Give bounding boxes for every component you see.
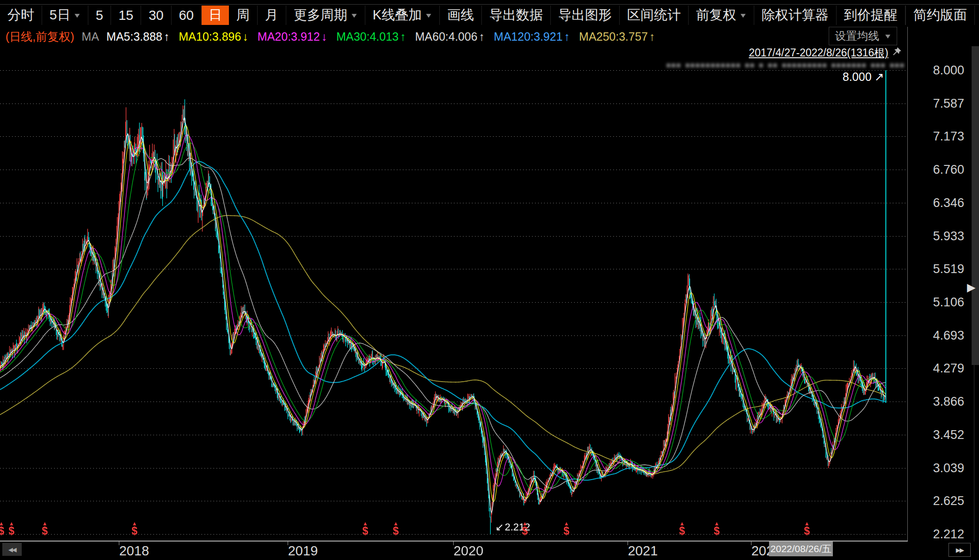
expand-panel-arrow-icon[interactable]: ▶ (967, 281, 975, 294)
dividend-marker[interactable]: ▲$ (42, 521, 48, 536)
period-tab-前复权[interactable]: 前复权▼ (689, 6, 754, 25)
y-tick-label: 7.587 (933, 97, 964, 110)
dividend-symbol: $ (0, 526, 4, 536)
dividend-symbol: $ (9, 526, 15, 536)
period-tab-周[interactable]: 周 (229, 6, 258, 25)
toolbar-button-隐藏[interactable]: 隐藏▸▸ (974, 6, 979, 25)
ma-value: MA5:3.888 (106, 30, 162, 43)
period-tab-K线叠加[interactable]: K线叠加▼ (365, 6, 440, 25)
dividend-symbol: $ (679, 526, 685, 536)
ma-value-list: MA5:3.888↑MA10:3.896↓MA20:3.912↓MA30:4.0… (106, 30, 664, 43)
tab-label: 日 (209, 6, 222, 24)
period-tab-画线[interactable]: 画线 (440, 6, 482, 25)
arrow-up-icon: ↑ (479, 30, 485, 43)
period-tab-除权计算器[interactable]: 除权计算器 (754, 6, 837, 25)
dividend-marker[interactable]: ▲$ (0, 521, 4, 536)
dividend-marker[interactable]: ▲$ (393, 521, 399, 536)
y-tick-label: 4.279 (933, 361, 964, 375)
ma-label-MA20: MA20:3.912↓ (258, 30, 327, 43)
tab-label: 更多周期 (294, 6, 347, 24)
ma-settings-button[interactable]: 设置均线 ▼ (829, 27, 897, 45)
ma-label-MA120: MA120:3.921↑ (494, 30, 570, 43)
ma-label-MA30: MA30:4.013↑ (336, 30, 406, 43)
dividend-marker[interactable]: ▲$ (522, 521, 528, 536)
dividend-marker[interactable]: ▲$ (564, 521, 570, 536)
tab-label: 到价提醒 (844, 6, 898, 24)
period-tab-15[interactable]: 15 (111, 6, 141, 25)
tab-label: K线叠加 (373, 6, 422, 24)
year-label-2020: 2020 (454, 543, 484, 559)
dividend-symbol: $ (393, 526, 399, 536)
period-tab-月[interactable]: 月 (258, 6, 286, 25)
period-tab-5[interactable]: 5 (88, 6, 111, 25)
ma-prefix-label: MA (82, 30, 99, 43)
chevron-down-icon: ▼ (884, 32, 893, 40)
y-axis: 8.0007.5877.1736.7606.3465.9335.5195.106… (908, 0, 973, 560)
period-tab-日[interactable]: 日 (202, 6, 229, 25)
period-tab-导出图形[interactable]: 导出图形 (551, 6, 620, 25)
period-tab-导出数据[interactable]: 导出数据 (482, 6, 551, 25)
right-scrollbar-border (974, 365, 974, 542)
y-tick-label: 5.519 (933, 262, 964, 276)
y-tick-label: 8.000 (933, 63, 964, 77)
chart-mode-label: (日线,前复权) (6, 29, 74, 44)
ma-settings-label: 设置均线 (835, 29, 879, 43)
y-tick-label: 6.346 (933, 196, 964, 210)
year-label-2021: 2021 (628, 543, 658, 559)
arrow-down-icon: ↓ (321, 30, 327, 43)
ma-label-MA250: MA250:3.757↑ (579, 30, 655, 43)
indicator-bar: (日线,前复权) MA MA5:3.888↑MA10:3.896↓MA20:3.… (6, 28, 664, 45)
dividend-marker[interactable]: ▲$ (9, 521, 15, 536)
period-tab-30[interactable]: 30 (141, 6, 171, 25)
tab-label: 导出数据 (489, 6, 543, 24)
dividend-symbol: $ (564, 526, 570, 536)
arrow-up-icon: ↑ (649, 30, 655, 43)
ma-label-MA60: MA60:4.006↑ (415, 30, 485, 43)
pan-left-button[interactable]: ◀◀ (2, 543, 22, 556)
dividend-symbol: $ (714, 526, 720, 536)
ma-label-MA5: MA5:3.888↑ (106, 30, 169, 43)
arrow-down-icon: ↓ (242, 30, 248, 43)
year-label-2018: 2018 (119, 543, 149, 559)
period-tab-区间统计[interactable]: 区间统计 (620, 6, 689, 25)
dividend-symbol: $ (804, 526, 810, 536)
axis-border-vertical (907, 27, 908, 542)
chevron-down-icon: ▼ (425, 12, 433, 19)
dividend-marker[interactable]: ▲$ (363, 521, 369, 536)
tab-label: 15 (118, 8, 133, 23)
tab-label: 月 (265, 6, 278, 24)
last-date-box: 2022/08/26/五 (769, 542, 833, 556)
chevron-down-icon: ▼ (739, 12, 748, 19)
tab-label: 60 (179, 8, 194, 23)
y-tick-label: 7.173 (933, 129, 964, 143)
period-tab-到价提醒[interactable]: 到价提醒 (837, 6, 905, 25)
right-scrollbar[interactable] (972, 46, 979, 365)
pan-right-button[interactable]: ▶▶ (948, 543, 971, 557)
y-tick-label: 3.039 (933, 461, 964, 475)
ma-value: MA250:3.757 (579, 30, 648, 43)
stock-chart-app: 分时5日▼5153060日周月更多周期▼K线叠加▼画线导出数据导出图形区间统计前… (0, 0, 979, 560)
ma-value: MA20:3.912 (258, 30, 320, 43)
dividend-marker[interactable]: ▲$ (714, 521, 720, 536)
ma-value: MA30:4.013 (336, 30, 399, 43)
tab-label: 周 (236, 6, 250, 24)
period-tab-5日[interactable]: 5日▼ (42, 6, 88, 25)
period-tab-更多周期[interactable]: 更多周期▼ (286, 6, 365, 25)
dividend-marker[interactable]: ▲$ (679, 521, 685, 536)
tab-label: 导出图形 (558, 6, 612, 24)
y-tick-label: 2.625 (933, 494, 964, 508)
dividend-symbol: $ (132, 526, 138, 536)
period-tab-分时[interactable]: 分时 (0, 6, 42, 25)
y-tick-label: 5.106 (933, 295, 964, 309)
dividend-marker[interactable]: ▲$ (132, 521, 138, 536)
arrow-up-icon: ↑ (164, 30, 170, 43)
y-tick-label: 3.866 (933, 395, 964, 408)
period-tab-60[interactable]: 60 (172, 6, 202, 25)
dividend-marker[interactable]: ▲$ (804, 521, 810, 536)
arrow-up-icon: ↑ (400, 30, 406, 43)
tab-label: 除权计算器 (762, 6, 829, 24)
tab-label: 区间统计 (627, 6, 681, 24)
ma-label-MA10: MA10:3.896↓ (179, 30, 248, 43)
candlestick-chart-canvas[interactable] (0, 46, 907, 541)
tab-label: 5日 (49, 6, 70, 24)
